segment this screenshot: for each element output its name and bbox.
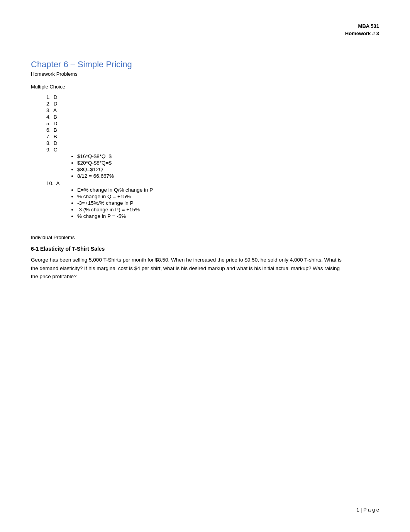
problem-6-1-title: 6-1 Elasticity of T-Shirt Sales [31, 246, 379, 252]
page: MBA 531 Homework # 3 Chapter 6 – Simple … [0, 0, 410, 532]
bullet-9-2: $20*Q-$8*Q=$ [77, 160, 379, 166]
mc-item-1: 1. D [46, 94, 379, 100]
bullet-10-3: -3=+15%/% change in P [77, 200, 379, 206]
bullet-10-1: E=% change in Q/% change in P [77, 187, 379, 193]
mc-item-9-bullets: $16*Q-$8*Q=$ $20*Q-$8*Q=$ $8Q=$12Q 8/12 … [46, 153, 379, 179]
bullet-10-4: -3 (% change in P) = +15% [77, 207, 379, 212]
problem-6-1-text: George has been selling 5,000 T-Shirts p… [31, 256, 347, 281]
chapter-title: Chapter 6 – Simple Pricing [31, 59, 379, 70]
mc-item-10-bullets: E=% change in Q/% change in P % change i… [46, 187, 379, 219]
mc-item-6: 6. B [46, 127, 379, 133]
header-right: MBA 531 Homework # 3 [31, 23, 379, 36]
mc-item-3: 3. A [46, 107, 379, 113]
multiple-choice-label: Multiple Choice [31, 84, 379, 90]
individual-problems-label: Individual Problems [31, 235, 379, 240]
course-code: MBA 531 [31, 23, 379, 29]
individual-problems-section: Individual Problems 6-1 Elasticity of T-… [31, 235, 379, 281]
page-number: 1 | P a g e [356, 507, 379, 513]
homework-title: Homework # 3 [31, 31, 379, 36]
mc-item-10: 10. A E=% change in Q/% change in P % ch… [46, 180, 379, 219]
mc-item-5: 5. D [46, 121, 379, 126]
bullet-10-2: % change in Q = +15% [77, 194, 379, 199]
mc-item-8: 8. D [46, 140, 379, 146]
mc-item-9: 9. C $16*Q-$8*Q=$ $20*Q-$8*Q=$ $8Q=$12Q … [46, 147, 379, 179]
homework-subtitle: Homework Problems [31, 71, 379, 77]
mc-item-2: 2. D [46, 101, 379, 107]
bullet-9-4: 8/12 = 66.667% [77, 173, 379, 179]
mc-item-7: 7. B [46, 134, 379, 139]
footer-divider [31, 497, 154, 497]
bullet-10-5: % change in P = -5% [77, 213, 379, 219]
page-footer: 1 | P a g e [356, 507, 379, 513]
bullet-9-1: $16*Q-$8*Q=$ [77, 153, 379, 159]
bullet-9-3: $8Q=$12Q [77, 167, 379, 172]
mc-item-4: 4. B [46, 114, 379, 120]
mc-list: 1. D 2. D 3. A 4. B 5. D 6. B 7. B 8. D … [46, 94, 379, 219]
